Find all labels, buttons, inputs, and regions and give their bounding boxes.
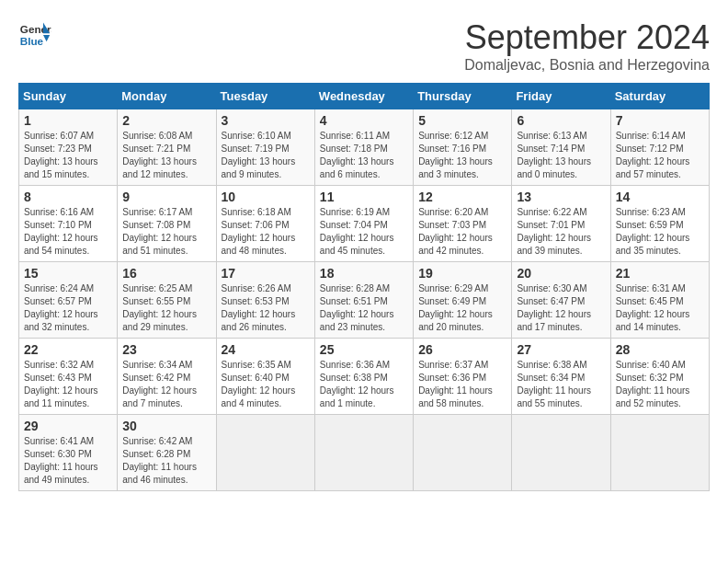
day-number: 17 (222, 266, 310, 281)
day-detail: Sunrise: 6:38 AMSunset: 6:34 PMDaylight:… (517, 359, 605, 410)
day-number: 11 (320, 190, 408, 204)
calendar-cell: 2 Sunrise: 6:08 AMSunset: 7:21 PMDayligh… (118, 109, 216, 186)
calendar-cell: 1 Sunrise: 6:07 AMSunset: 7:23 PMDayligh… (19, 109, 118, 186)
calendar-cell: 28 Sunrise: 6:40 AMSunset: 6:32 PMDaylig… (610, 339, 709, 415)
title-section: September 2024 Domaljevac, Bosnia and He… (464, 18, 710, 74)
day-detail: Sunrise: 6:08 AMSunset: 7:21 PMDaylight:… (122, 130, 210, 181)
calendar-cell: 7 Sunrise: 6:14 AMSunset: 7:12 PMDayligh… (610, 109, 709, 186)
day-number: 16 (122, 266, 210, 281)
calendar-cell: 29 Sunrise: 6:41 AMSunset: 6:30 PMDaylig… (19, 415, 118, 491)
day-number: 27 (517, 342, 605, 357)
calendar-table: SundayMondayTuesdayWednesdayThursdayFrid… (18, 83, 710, 491)
calendar-cell: 11 Sunrise: 6:19 AMSunset: 7:04 PMDaylig… (314, 186, 413, 262)
day-number: 1 (24, 113, 112, 128)
day-number: 9 (122, 190, 210, 204)
calendar-cell: 14 Sunrise: 6:23 AMSunset: 6:59 PMDaylig… (610, 186, 709, 262)
calendar-cell: 18 Sunrise: 6:28 AMSunset: 6:51 PMDaylig… (314, 262, 413, 339)
calendar-cell: 4 Sunrise: 6:11 AMSunset: 7:18 PMDayligh… (314, 109, 413, 186)
calendar-cell: 17 Sunrise: 6:26 AMSunset: 6:53 PMDaylig… (216, 262, 314, 339)
calendar-cell: 13 Sunrise: 6:22 AMSunset: 7:01 PMDaylig… (512, 186, 610, 262)
day-number: 7 (616, 113, 704, 128)
calendar-cell: 22 Sunrise: 6:32 AMSunset: 6:43 PMDaylig… (19, 339, 118, 415)
calendar-cell: 25 Sunrise: 6:36 AMSunset: 6:38 PMDaylig… (314, 339, 413, 415)
calendar-cell: 12 Sunrise: 6:20 AMSunset: 7:03 PMDaylig… (414, 186, 512, 262)
calendar-week-row: 1 Sunrise: 6:07 AMSunset: 7:23 PMDayligh… (19, 109, 710, 186)
calendar-cell (512, 415, 610, 491)
day-detail: Sunrise: 6:41 AMSunset: 6:30 PMDaylight:… (24, 435, 112, 487)
day-number: 19 (418, 266, 506, 281)
calendar-cell: 5 Sunrise: 6:12 AMSunset: 7:16 PMDayligh… (414, 109, 512, 186)
weekday-header: Tuesday (216, 84, 314, 109)
day-detail: Sunrise: 6:40 AMSunset: 6:32 PMDaylight:… (616, 359, 704, 410)
day-number: 13 (517, 190, 605, 204)
calendar-week-row: 22 Sunrise: 6:32 AMSunset: 6:43 PMDaylig… (19, 339, 710, 415)
day-detail: Sunrise: 6:23 AMSunset: 6:59 PMDaylight:… (616, 206, 704, 258)
day-number: 29 (24, 419, 112, 433)
day-number: 30 (122, 419, 210, 433)
calendar-cell (216, 415, 314, 491)
day-detail: Sunrise: 6:13 AMSunset: 7:14 PMDaylight:… (517, 130, 605, 181)
calendar-week-row: 15 Sunrise: 6:24 AMSunset: 6:57 PMDaylig… (19, 262, 710, 339)
day-number: 21 (616, 266, 704, 281)
calendar-week-row: 8 Sunrise: 6:16 AMSunset: 7:10 PMDayligh… (19, 186, 710, 262)
weekday-header: Wednesday (314, 84, 413, 109)
day-number: 20 (517, 266, 605, 281)
day-detail: Sunrise: 6:34 AMSunset: 6:42 PMDaylight:… (122, 359, 210, 410)
day-number: 6 (517, 113, 605, 128)
day-detail: Sunrise: 6:22 AMSunset: 7:01 PMDaylight:… (517, 206, 605, 258)
calendar-cell: 30 Sunrise: 6:42 AMSunset: 6:28 PMDaylig… (118, 415, 216, 491)
calendar-cell: 21 Sunrise: 6:31 AMSunset: 6:45 PMDaylig… (610, 262, 709, 339)
day-detail: Sunrise: 6:29 AMSunset: 6:49 PMDaylight:… (418, 282, 506, 334)
calendar-cell: 23 Sunrise: 6:34 AMSunset: 6:42 PMDaylig… (118, 339, 216, 415)
day-detail: Sunrise: 6:20 AMSunset: 7:03 PMDaylight:… (418, 206, 506, 258)
page-header: General Blue September 2024 Domaljevac, … (18, 18, 710, 74)
calendar-cell: 15 Sunrise: 6:24 AMSunset: 6:57 PMDaylig… (19, 262, 118, 339)
calendar-cell: 8 Sunrise: 6:16 AMSunset: 7:10 PMDayligh… (19, 186, 118, 262)
day-detail: Sunrise: 6:24 AMSunset: 6:57 PMDaylight:… (24, 282, 112, 334)
day-detail: Sunrise: 6:26 AMSunset: 6:53 PMDaylight:… (222, 282, 310, 334)
day-number: 23 (122, 342, 210, 357)
calendar-cell: 19 Sunrise: 6:29 AMSunset: 6:49 PMDaylig… (414, 262, 512, 339)
calendar-week-row: 29 Sunrise: 6:41 AMSunset: 6:30 PMDaylig… (19, 415, 710, 491)
weekday-header: Sunday (19, 84, 118, 109)
location: Domaljevac, Bosnia and Herzegovina (464, 57, 710, 74)
weekday-header: Saturday (610, 84, 709, 109)
calendar-cell: 16 Sunrise: 6:25 AMSunset: 6:55 PMDaylig… (118, 262, 216, 339)
day-number: 26 (418, 342, 506, 357)
calendar-cell: 20 Sunrise: 6:30 AMSunset: 6:47 PMDaylig… (512, 262, 610, 339)
day-detail: Sunrise: 6:42 AMSunset: 6:28 PMDaylight:… (122, 435, 210, 487)
day-number: 12 (418, 190, 506, 204)
svg-marker-3 (43, 35, 50, 41)
day-detail: Sunrise: 6:37 AMSunset: 6:36 PMDaylight:… (418, 359, 506, 410)
day-number: 4 (320, 113, 408, 128)
day-number: 18 (320, 266, 408, 281)
calendar-header-row: SundayMondayTuesdayWednesdayThursdayFrid… (19, 84, 710, 109)
day-detail: Sunrise: 6:16 AMSunset: 7:10 PMDaylight:… (24, 206, 112, 258)
day-number: 14 (616, 190, 704, 204)
calendar-cell (610, 415, 709, 491)
day-number: 8 (24, 190, 112, 204)
day-number: 2 (122, 113, 210, 128)
calendar-cell: 6 Sunrise: 6:13 AMSunset: 7:14 PMDayligh… (512, 109, 610, 186)
day-detail: Sunrise: 6:11 AMSunset: 7:18 PMDaylight:… (320, 130, 408, 181)
calendar-cell: 10 Sunrise: 6:18 AMSunset: 7:06 PMDaylig… (216, 186, 314, 262)
svg-text:Blue: Blue (20, 35, 44, 47)
day-detail: Sunrise: 6:07 AMSunset: 7:23 PMDaylight:… (24, 130, 112, 181)
day-detail: Sunrise: 6:31 AMSunset: 6:45 PMDaylight:… (616, 282, 704, 334)
day-detail: Sunrise: 6:14 AMSunset: 7:12 PMDaylight:… (616, 130, 704, 181)
day-number: 15 (24, 266, 112, 281)
day-detail: Sunrise: 6:30 AMSunset: 6:47 PMDaylight:… (517, 282, 605, 334)
day-detail: Sunrise: 6:32 AMSunset: 6:43 PMDaylight:… (24, 359, 112, 410)
month-title: September 2024 (464, 18, 710, 57)
day-detail: Sunrise: 6:25 AMSunset: 6:55 PMDaylight:… (122, 282, 210, 334)
calendar-cell: 24 Sunrise: 6:35 AMSunset: 6:40 PMDaylig… (216, 339, 314, 415)
calendar-cell: 26 Sunrise: 6:37 AMSunset: 6:36 PMDaylig… (414, 339, 512, 415)
day-detail: Sunrise: 6:19 AMSunset: 7:04 PMDaylight:… (320, 206, 408, 258)
day-detail: Sunrise: 6:18 AMSunset: 7:06 PMDaylight:… (222, 206, 310, 258)
calendar-cell (414, 415, 512, 491)
day-number: 5 (418, 113, 506, 128)
logo: General Blue (18, 18, 51, 52)
day-detail: Sunrise: 6:35 AMSunset: 6:40 PMDaylight:… (222, 359, 310, 410)
day-detail: Sunrise: 6:36 AMSunset: 6:38 PMDaylight:… (320, 359, 408, 410)
day-detail: Sunrise: 6:28 AMSunset: 6:51 PMDaylight:… (320, 282, 408, 334)
